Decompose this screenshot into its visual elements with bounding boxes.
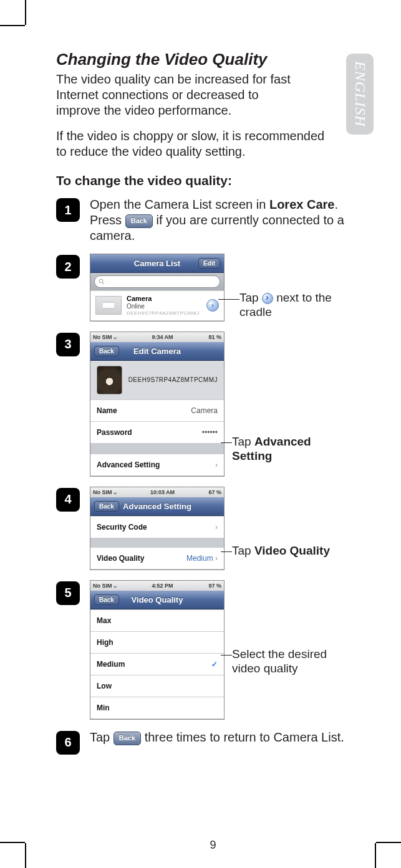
value-group: Medium ›	[186, 554, 218, 563]
option-low[interactable]: Low	[90, 675, 224, 697]
crop-mark	[0, 25, 25, 26]
camera-row[interactable]: Camera Online DEEH9S7RP4AZ8MTPCMMJ ›	[90, 290, 224, 321]
back-button-icon: Back	[125, 214, 153, 228]
phone-frame: No SIM ⌵ 9:34 AM 81 % Back Edit Camera D…	[90, 331, 225, 477]
camera-info: Camera Online DEEH9S7RP4AZ8MTPCMMJ	[127, 295, 201, 317]
status-left: No SIM ⌵	[93, 489, 117, 495]
chevron-right-icon: ›	[215, 460, 218, 469]
search-icon	[99, 279, 105, 285]
svg-point-0	[99, 279, 103, 283]
phone-frame: Camera List Edit Camera Online	[90, 254, 225, 322]
statusbar: No SIM ⌵ 9:34 AM 81 %	[90, 332, 224, 342]
crop-mark	[0, 842, 25, 843]
status-battery: 67 %	[208, 489, 221, 495]
wifi-icon: ⌵	[114, 583, 117, 589]
callout-tap-video-quality: Tap Video Quality	[232, 544, 332, 558]
edit-button[interactable]: Edit	[198, 258, 220, 269]
label: High	[97, 638, 114, 647]
text: three times to return to Camera List.	[145, 730, 344, 744]
phone-frame: No SIM ⌵ 10:03 AM 67 % Back Advanced Set…	[90, 487, 225, 570]
back-button[interactable]: Back	[94, 501, 119, 512]
navbar: Back Edit Camera	[90, 342, 224, 361]
screenshot-edit-camera: No SIM ⌵ 9:34 AM 81 % Back Edit Camera D…	[90, 331, 370, 477]
status-battery: 81 %	[208, 334, 221, 340]
label: Name	[97, 406, 117, 415]
page-number: 9	[210, 839, 216, 852]
text: Tap	[232, 435, 254, 448]
step-number: 5	[56, 581, 80, 605]
status-left: No SIM ⌵	[93, 583, 117, 589]
back-button-icon: Back	[114, 732, 141, 745]
step-number: 6	[56, 731, 80, 755]
statusbar: No SIM ⌵ 4:52 PM 97 %	[90, 581, 224, 591]
value: Camera	[191, 406, 218, 415]
step-6-text: Tap Back three times to return to Camera…	[90, 730, 370, 745]
label: Advanced Setting	[97, 460, 160, 469]
label: Low	[97, 682, 112, 690]
crop-mark	[25, 0, 26, 25]
step-number: 1	[56, 198, 80, 222]
label: Min	[97, 703, 110, 712]
status-time: 4:52 PM	[152, 583, 173, 589]
svg-rect-4	[103, 308, 114, 309]
language-label: ENGLISH	[352, 61, 369, 127]
wifi-icon: ⌵	[114, 334, 117, 340]
camera-id: DEEH9S7RP4AZ8MTPCMMJ	[128, 376, 218, 383]
callout-tap-disclosure: Tap next to the cradle	[239, 291, 339, 320]
row-advanced-setting[interactable]: Advanced Setting ›	[90, 454, 224, 476]
step-4: 4 No SIM ⌵ 10:03 AM 67 % Back Advanced S…	[56, 487, 370, 570]
step-6: 6 Tap Back three times to return to Came…	[56, 730, 370, 755]
step-3: 3 No SIM ⌵ 9:34 AM 81 % Back Edit Camera…	[56, 331, 370, 477]
chevron-right-icon: ›	[215, 554, 218, 563]
carrier-text: No SIM	[93, 489, 112, 495]
navbar: Back Advanced Setting	[90, 497, 224, 516]
status-left: No SIM ⌵	[93, 334, 117, 340]
carrier-text: No SIM	[93, 334, 112, 340]
option-min[interactable]: Min	[90, 697, 224, 719]
callout-line	[221, 442, 232, 443]
nav-title: Camera List	[134, 259, 180, 268]
row-video-quality[interactable]: Video Quality Medium ›	[90, 547, 224, 570]
back-button[interactable]: Back	[94, 594, 119, 605]
text: Select the desired video quality	[232, 647, 327, 675]
back-button[interactable]: Back	[94, 346, 119, 356]
text-bold: Video Quality	[254, 544, 330, 557]
screenshot-camera-list: Camera List Edit Camera Online	[90, 254, 370, 322]
screenshot-advanced-setting: No SIM ⌵ 10:03 AM 67 % Back Advanced Set…	[90, 487, 370, 570]
step-1-text: Open the Camera List screen in Lorex Car…	[90, 197, 370, 244]
step-number: 3	[56, 333, 80, 356]
callout-line	[221, 551, 232, 552]
step-2: 2 Camera List Edit	[56, 254, 370, 322]
label: Medium	[97, 660, 125, 669]
status-time: 9:34 AM	[152, 334, 173, 340]
row-name[interactable]: Name Camera	[90, 399, 224, 422]
procedure-heading: To change the video quality:	[56, 173, 370, 188]
film-icon	[102, 301, 115, 310]
step-number: 4	[56, 488, 80, 512]
svg-rect-3	[103, 302, 114, 303]
camera-status: Online	[127, 303, 201, 310]
step-5: 5 No SIM ⌵ 4:52 PM 97 % Back Video Quali…	[56, 580, 370, 720]
row-security-code[interactable]: Security Code ›	[90, 516, 224, 538]
language-tab: ENGLISH	[346, 54, 374, 135]
navbar: Back Video Quality	[90, 591, 224, 609]
crop-mark	[376, 842, 401, 843]
label: Max	[97, 616, 111, 625]
callout-tap-advanced: Tap Advanced Setting	[232, 435, 344, 464]
page-content: ENGLISH Changing the Video Quality The v…	[56, 50, 370, 831]
text: Tap	[239, 291, 262, 304]
option-high[interactable]: High	[90, 632, 224, 654]
search-input[interactable]	[94, 275, 220, 288]
status-time: 10:03 AM	[150, 489, 175, 495]
row-password[interactable]: Password ••••••	[90, 422, 224, 444]
nav-title: Edit Camera	[133, 346, 181, 356]
carrier-text: No SIM	[93, 583, 112, 589]
nav-title: Advanced Setting	[123, 502, 191, 511]
wifi-icon: ⌵	[114, 489, 117, 495]
disclosure-icon[interactable]: ›	[206, 299, 219, 312]
searchbar	[90, 273, 224, 290]
label: Security Code	[97, 523, 147, 532]
option-medium[interactable]: Medium✓	[90, 654, 224, 675]
option-max[interactable]: Max	[90, 609, 224, 632]
label: Video Quality	[97, 554, 144, 563]
